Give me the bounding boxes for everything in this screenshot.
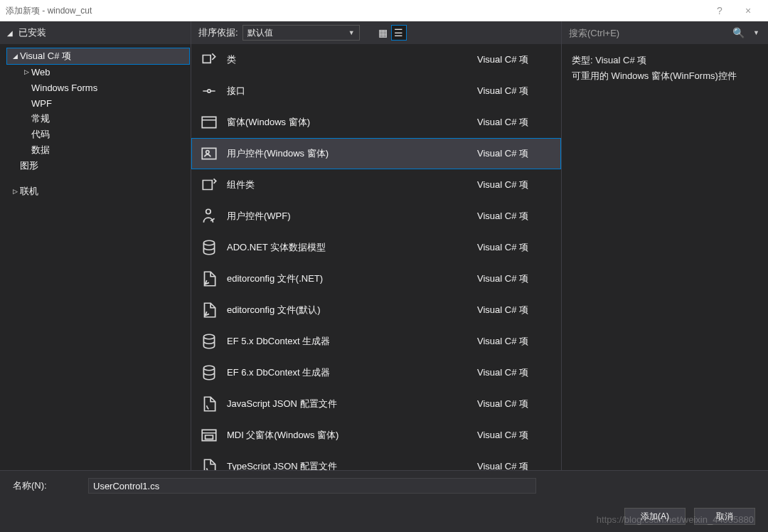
tree-item-label: WPF [31, 98, 52, 109]
template-name: MDI 父窗体(Windows 窗体) [227, 429, 477, 442]
template-type: Visual C# 项 [477, 335, 555, 348]
template-type: Visual C# 项 [477, 429, 555, 442]
template-row[interactable]: 窗体(Windows 窗体)Visual C# 项 [191, 107, 561, 138]
template-type: Visual C# 项 [477, 398, 555, 410]
details-panel: 🔍 ▼ 类型: Visual C# 项 可重用的 Windows 窗体(WinF… [562, 21, 768, 470]
template-name: JavaScript JSON 配置文件 [227, 398, 477, 410]
template-type: Visual C# 项 [477, 366, 555, 379]
template-row[interactable]: 类Visual C# 项 [191, 44, 561, 75]
template-name: editorconfig 文件(.NET) [227, 272, 477, 285]
tree-item-label: 代码 [31, 128, 50, 141]
chevron-right-icon: ▷ [10, 188, 20, 195]
sort-label: 排序依据: [198, 26, 238, 39]
template-name: 用户控件(WPF) [227, 210, 477, 223]
close-button[interactable]: × [734, 5, 762, 16]
search-dropdown-icon[interactable]: ▼ [749, 29, 764, 36]
template-type: Visual C# 项 [477, 53, 555, 66]
template-type: Visual C# 项 [477, 460, 555, 470]
template-type: Visual C# 项 [477, 147, 555, 160]
tree-item[interactable]: 代码 [7, 127, 189, 142]
tree-item[interactable]: 常规 [7, 111, 189, 127]
tree-item[interactable]: 数据 [7, 142, 189, 158]
tree-item[interactable]: Windows Forms [7, 80, 189, 95]
usercontrol-icon [197, 143, 221, 164]
class-icon [197, 49, 221, 70]
tree-item-label: Windows Forms [31, 83, 97, 93]
template-row[interactable]: 组件类Visual C# 项 [191, 169, 561, 201]
template-row[interactable]: ADO.NET 实体数据模型Visual C# 项 [191, 232, 561, 263]
template-type: Visual C# 项 [477, 272, 555, 285]
ado-icon [197, 237, 221, 258]
tree-item[interactable]: 图形 [7, 158, 189, 174]
sort-combo[interactable]: 默认值 ▼ [242, 25, 360, 41]
template-name: 组件类 [227, 179, 477, 191]
template-name: ADO.NET 实体数据模型 [227, 241, 477, 254]
search-input[interactable] [566, 25, 728, 41]
tree-item[interactable]: ▷联机 [7, 183, 189, 199]
view-list-button[interactable]: ☰ [391, 25, 407, 41]
installed-panel: ◢ 已安装 ◢Visual C# 项▷WebWindows FormsWPF常规… [0, 21, 191, 470]
search-icon[interactable]: 🔍 [728, 27, 749, 38]
template-row[interactable]: EF 6.x DbContext 生成器Visual C# 项 [191, 357, 561, 388]
template-row[interactable]: 用户控件(WPF)Visual C# 项 [191, 201, 561, 232]
tree-item-label: 数据 [31, 144, 50, 156]
template-type: Visual C# 项 [477, 179, 555, 191]
tree-item[interactable]: ◢Visual C# 项 [7, 48, 189, 64]
chevron-down-icon: ◢ [7, 29, 14, 37]
usercontrol-wpf-icon [197, 206, 221, 227]
ef-icon [197, 331, 221, 352]
template-type: Visual C# 项 [477, 210, 555, 223]
template-type: Visual C# 项 [477, 116, 555, 129]
detail-type-value: Visual C# 项 [595, 55, 646, 65]
template-row[interactable]: 接口Visual C# 项 [191, 75, 561, 107]
name-input[interactable] [88, 478, 536, 494]
template-name: EF 6.x DbContext 生成器 [227, 366, 477, 379]
tree-item[interactable]: WPF [7, 95, 189, 111]
template-row[interactable]: EF 5.x DbContext 生成器Visual C# 项 [191, 326, 561, 357]
detail-type-prefix: 类型: [572, 55, 593, 65]
name-label: 名称(N): [13, 479, 77, 492]
view-tiles-button[interactable]: ▦ [375, 25, 391, 41]
add-button[interactable]: 添加(A) [624, 508, 686, 525]
template-name: editorconfig 文件(默认) [227, 304, 477, 316]
detail-type-row: 类型: Visual C# 项 [572, 53, 758, 68]
search-bar: 🔍 ▼ [562, 21, 768, 44]
template-name: TypeScript JSON 配置文件 [227, 460, 477, 470]
template-row[interactable]: 用户控件(Windows 窗体)Visual C# 项 [191, 138, 561, 169]
tree-item[interactable]: ▷Web [7, 64, 189, 80]
template-row[interactable]: JavaScript JSON 配置文件Visual C# 项 [191, 388, 561, 420]
template-type: Visual C# 项 [477, 304, 555, 316]
json-icon [197, 456, 221, 470]
template-row[interactable]: TypeScript JSON 配置文件Visual C# 项 [191, 451, 561, 470]
mdi-icon [197, 425, 221, 446]
chevron-right-icon: ▷ [21, 68, 31, 75]
tree-item-label: Web [31, 67, 50, 78]
interface-icon [197, 80, 221, 102]
tree-item-label: 图形 [20, 159, 38, 172]
template-name: EF 5.x DbContext 生成器 [227, 335, 477, 348]
sort-value: 默认值 [247, 27, 273, 39]
chevron-down-icon: ▼ [348, 29, 355, 36]
template-row[interactable]: editorconfig 文件(.NET)Visual C# 项 [191, 263, 561, 294]
component-icon [197, 174, 221, 196]
footer: 名称(N): https://blog.csdn.net/weixin_4403… [0, 470, 768, 532]
editorconfig-icon [197, 268, 221, 289]
template-type: Visual C# 项 [477, 241, 555, 254]
help-button[interactable]: ? [705, 5, 734, 16]
window-title: 添加新项 - window_cut [6, 5, 705, 17]
form-icon [197, 112, 221, 133]
installed-header[interactable]: ◢ 已安装 [0, 21, 191, 44]
template-name: 类 [227, 53, 477, 66]
template-list[interactable]: 类Visual C# 项接口Visual C# 项窗体(Windows 窗体)V… [191, 44, 561, 470]
json-icon [197, 393, 221, 415]
template-name: 接口 [227, 85, 477, 97]
template-row[interactable]: editorconfig 文件(默认)Visual C# 项 [191, 294, 561, 326]
chevron-down-icon: ◢ [10, 53, 20, 60]
tree-item-label: 联机 [20, 185, 38, 198]
installed-header-label: 已安装 [18, 26, 46, 39]
ef-icon [197, 362, 221, 383]
template-name: 窗体(Windows 窗体) [227, 116, 477, 129]
template-type: Visual C# 项 [477, 85, 555, 97]
cancel-button[interactable]: 取消 [694, 508, 755, 525]
template-row[interactable]: MDI 父窗体(Windows 窗体)Visual C# 项 [191, 420, 561, 451]
